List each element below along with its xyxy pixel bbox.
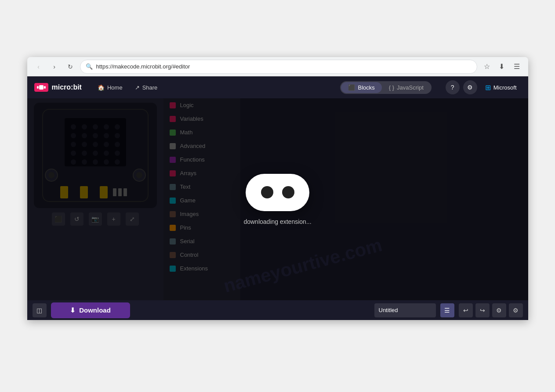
project-name-input[interactable] xyxy=(374,303,436,317)
home-nav-link[interactable]: 🏠 Home xyxy=(92,82,128,94)
undo-button[interactable]: ↩ xyxy=(459,303,473,317)
mode-toggle: ⬛ Blocks { } JavaScript xyxy=(340,81,431,94)
zoom-in-button[interactable]: ⚙ xyxy=(492,303,506,317)
menu-icon[interactable]: ☰ xyxy=(511,61,523,73)
url-input[interactable] xyxy=(96,63,472,70)
app-bottombar: ◫ ⬇ Download ☰ ↩ ↪ ⚙ ⚙ xyxy=(27,300,528,320)
redo-button[interactable]: ↪ xyxy=(475,303,490,317)
nav-icons: ☆ ⬇ ☰ xyxy=(481,61,523,73)
loading-pill xyxy=(246,174,309,211)
logo-area: micro:bit xyxy=(34,83,82,92)
address-bar: 🔍 xyxy=(80,60,477,74)
share-icon: ↗ xyxy=(135,84,140,91)
loading-overlay: downloading extension... xyxy=(27,98,528,300)
blocks-icon: ⬛ xyxy=(348,84,355,91)
loading-eye-right xyxy=(282,186,294,198)
back-button[interactable]: ‹ xyxy=(33,61,45,73)
logo-text: micro:bit xyxy=(52,83,82,91)
settings-icon[interactable]: ⚙ xyxy=(463,80,477,94)
nav-links: 🏠 Home ↗ Share xyxy=(92,82,163,94)
loading-eye-left xyxy=(261,186,273,198)
download-button[interactable]: ⬇ Download xyxy=(51,302,130,318)
expand-sidebar-button[interactable]: ◫ xyxy=(33,303,47,317)
app-topbar: micro:bit 🏠 Home ↗ Share ⬛ Blocks { xyxy=(27,76,528,98)
refresh-button[interactable]: ↻ xyxy=(64,61,76,73)
blocks-mode-button[interactable]: ⬛ Blocks xyxy=(341,82,381,93)
microsoft-icon: ⊞ xyxy=(485,83,491,92)
svg-rect-2 xyxy=(39,85,44,90)
project-menu-button[interactable]: ☰ xyxy=(440,303,454,317)
app-main: ⬛ ↺ 📷 + ⤢ Logic Variables xyxy=(27,98,528,300)
bookmark-icon[interactable]: ☆ xyxy=(481,61,493,73)
share-nav-link[interactable]: ↗ Share xyxy=(130,82,163,94)
topbar-icons: ? ⚙ ⊞ Microsoft xyxy=(446,80,521,94)
browser-window: ‹ › ↻ 🔍 ☆ ⬇ ☰ nameyourtive.com xyxy=(27,57,528,320)
loading-text: downloading extension... xyxy=(243,218,311,225)
help-icon[interactable]: ? xyxy=(446,80,460,94)
microsoft-button[interactable]: ⊞ Microsoft xyxy=(481,82,521,94)
svg-rect-0 xyxy=(37,86,39,89)
forward-button[interactable]: › xyxy=(48,61,61,73)
zoom-out-button[interactable]: ⚙ xyxy=(509,303,523,317)
search-icon: 🔍 xyxy=(86,63,93,70)
download-icon[interactable]: ⬇ xyxy=(496,61,508,73)
download-arrow-icon: ⬇ xyxy=(70,306,76,314)
app-container: nameyourtive.com micro:bit 🏠 Home xyxy=(27,76,528,320)
home-icon: 🏠 xyxy=(98,84,105,91)
javascript-mode-button[interactable]: { } JavaScript xyxy=(382,82,431,93)
svg-rect-1 xyxy=(44,86,46,89)
microbit-logo-icon xyxy=(34,83,48,92)
bottom-right-buttons: ↩ ↪ ⚙ ⚙ xyxy=(459,303,523,317)
logo-svg xyxy=(36,84,47,90)
js-icon: { } xyxy=(389,84,394,91)
browser-nav: ‹ › ↻ 🔍 ☆ ⬇ ☰ xyxy=(27,57,528,76)
